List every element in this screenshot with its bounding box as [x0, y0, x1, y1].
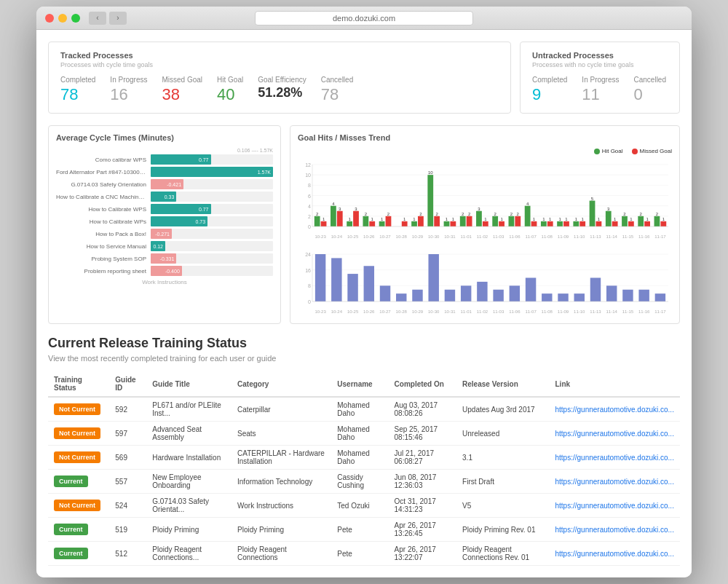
svg-text:11-01: 11-01 — [460, 309, 472, 314]
hbar-fill: 0.77 — [151, 204, 211, 214]
svg-text:11-06: 11-06 — [509, 309, 521, 314]
svg-text:10-25: 10-25 — [347, 309, 359, 314]
untracked-subtitle: Processes with no cycle time goals — [532, 61, 668, 68]
cell-version: Ploidy Priming Rev. 01 — [456, 518, 549, 542]
cell-status: Current — [48, 542, 109, 566]
hit-bar — [541, 221, 547, 226]
cell-link[interactable]: https://gunnerautomotive.dozuki.co... — [550, 518, 681, 542]
svg-text:10-30: 10-30 — [428, 309, 440, 314]
svg-text:11-17: 11-17 — [654, 234, 666, 239]
cell-version: Updates Aug 3rd 2017 — [456, 397, 549, 422]
svg-text:1: 1 — [371, 217, 374, 221]
close-button[interactable] — [45, 14, 54, 23]
count-bar — [428, 254, 438, 301]
missed-bar — [596, 221, 602, 226]
svg-text:1: 1 — [542, 217, 545, 221]
untracked-metrics: Completed 9 In Progress 11 Cancelled 0 — [532, 76, 668, 104]
col-category: Category — [232, 371, 331, 397]
svg-text:11-07: 11-07 — [525, 234, 537, 239]
untracked-panel: Untracked Processes Processes with no cy… — [520, 42, 680, 114]
missed-bar — [434, 216, 440, 226]
table-row: Current 557 New Employee Onboarding Info… — [48, 470, 680, 494]
svg-text:5: 5 — [591, 197, 594, 201]
link-anchor[interactable]: https://gunnerautomotive.dozuki.co... — [555, 454, 674, 462]
link-anchor[interactable]: https://gunnerautomotive.dozuki.co... — [555, 478, 674, 486]
svg-text:4: 4 — [308, 204, 311, 209]
cell-completed: Jun 08, 2017 12:36:03 — [389, 470, 457, 494]
cell-title: G.0714.03 Safety Orientat... — [146, 494, 232, 518]
url-text: demo.dozuki.com — [333, 14, 395, 23]
legend-hit-dot — [594, 149, 600, 154]
link-anchor[interactable]: https://gunnerautomotive.dozuki.co... — [555, 550, 674, 558]
missed-bar — [369, 221, 375, 226]
cell-username: Ted Ozuki — [331, 494, 388, 518]
chart-axis-label: Work Instructions — [56, 279, 273, 285]
metric-value-efficiency: 51.28% — [258, 85, 306, 100]
hbar-fill: -0.271 — [151, 229, 172, 239]
metric-hit: Hit Goal 40 — [217, 76, 243, 104]
cell-version: First Draft — [456, 470, 549, 494]
cell-username: Cassidy Cushing — [331, 470, 388, 494]
hbar-label: Como calibrar WPS — [56, 157, 151, 163]
hbar-track: 0.77 — [151, 204, 273, 214]
cell-guide-id: 592 — [109, 397, 146, 422]
hbar-track: -0.400 — [151, 266, 273, 276]
link-anchor[interactable]: https://gunnerautomotive.dozuki.co... — [555, 502, 674, 510]
svg-text:11-02: 11-02 — [477, 234, 488, 239]
hit-bar — [622, 216, 628, 226]
cell-completed: Sep 25, 2017 08:15:46 — [389, 422, 457, 446]
count-bar — [315, 254, 325, 301]
tracked-panel: Tracked Processes Processes with cycle t… — [48, 42, 511, 114]
hbar-row: Problem reporting sheet-0.400 — [56, 266, 273, 276]
cell-category: Caterpillar — [232, 397, 331, 422]
address-bar[interactable]: demo.dozuki.com — [255, 11, 473, 25]
back-button[interactable]: ‹ — [89, 12, 106, 25]
cell-link[interactable]: https://gunnerautomotive.dozuki.co... — [550, 422, 681, 446]
cell-status: Not Current — [48, 422, 109, 446]
metric-u-inprogress: In Progress 11 — [582, 76, 619, 104]
svg-text:1: 1 — [403, 217, 406, 221]
hbar-row: How to Calibrate a CNC Machine's Positio… — [56, 192, 273, 202]
svg-text:1: 1 — [582, 217, 585, 221]
count-bar — [638, 290, 649, 301]
hit-bar — [363, 216, 368, 226]
cell-guide-id: 569 — [109, 446, 146, 470]
svg-text:11-15: 11-15 — [622, 309, 634, 314]
svg-text:11-06: 11-06 — [509, 234, 521, 239]
cell-link[interactable]: https://gunnerautomotive.dozuki.co... — [550, 397, 681, 422]
hbar-label: How to Calibrate WPs — [56, 218, 151, 225]
count-bar — [364, 266, 374, 301]
maximize-button[interactable] — [71, 14, 80, 23]
hbar-fill: 0.33 — [151, 192, 176, 202]
count-bar — [526, 278, 536, 302]
cell-link[interactable]: https://gunnerautomotive.dozuki.co... — [550, 542, 681, 566]
link-anchor[interactable]: https://gunnerautomotive.dozuki.co... — [555, 406, 674, 414]
cell-username: Mohamed Daho — [331, 422, 388, 446]
col-link: Link — [550, 371, 681, 397]
cell-link[interactable]: https://gunnerautomotive.dozuki.co... — [550, 470, 681, 494]
svg-text:1: 1 — [484, 217, 487, 221]
hbar-label: G.0714.03 Safety Orientation — [56, 181, 151, 188]
svg-text:1: 1 — [662, 217, 665, 221]
svg-text:10-28: 10-28 — [396, 234, 408, 239]
hbar-row: How to Calibrate WPs0.73 — [56, 216, 273, 226]
missed-bar — [418, 216, 424, 226]
link-anchor[interactable]: https://gunnerautomotive.dozuki.co... — [555, 430, 674, 438]
forward-button[interactable]: › — [109, 12, 127, 25]
svg-text:11-09: 11-09 — [558, 309, 569, 314]
link-anchor[interactable]: https://gunnerautomotive.dozuki.co... — [555, 526, 674, 534]
svg-text:11-08: 11-08 — [542, 234, 553, 239]
count-bar — [477, 282, 487, 301]
cell-link[interactable]: https://gunnerautomotive.dozuki.co... — [550, 446, 681, 470]
hit-bar — [460, 216, 466, 226]
svg-text:1: 1 — [348, 217, 351, 221]
hbar-row: How to Service Manual0.12 — [56, 241, 273, 251]
svg-text:10-31: 10-31 — [444, 234, 456, 239]
svg-text:11-17: 11-17 — [654, 309, 666, 314]
minimize-button[interactable] — [58, 14, 67, 23]
cell-category: Ploidy Reagent Connections — [232, 542, 331, 566]
cell-completed: Oct 31, 2017 14:31:23 — [389, 494, 457, 518]
cell-link[interactable]: https://gunnerautomotive.dozuki.co... — [550, 494, 681, 518]
svg-text:11-10: 11-10 — [574, 234, 585, 239]
missed-bar — [644, 221, 650, 226]
